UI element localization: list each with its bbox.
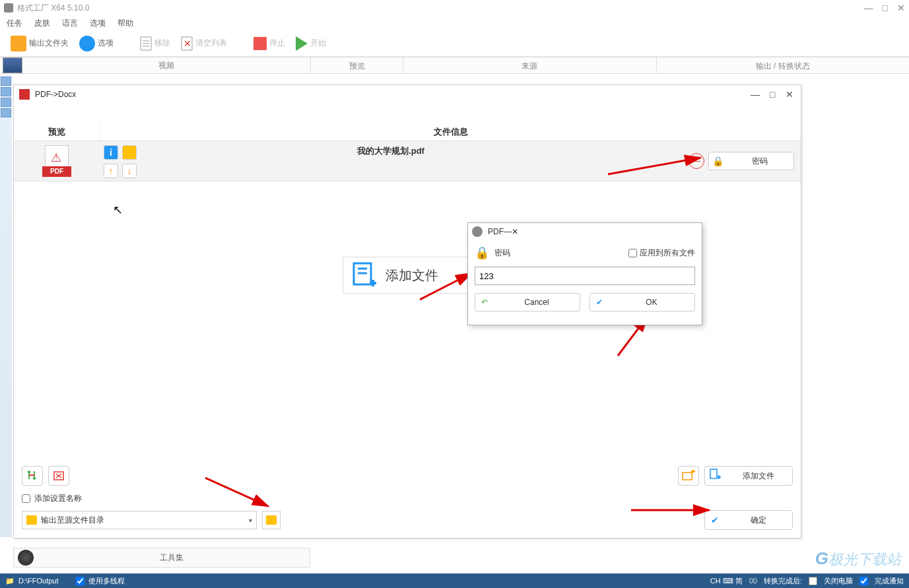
shutdown-label: 关闭电脑 [824, 576, 853, 586]
cancel-label: Cancel [494, 298, 580, 307]
stop-button[interactable]: 停止 [250, 36, 289, 51]
pdf-password-dialog: PDF —✕ 🔒 密码 应用到所有文件 ↶ Cancel ✔ OK [467, 222, 702, 325]
output-folder-button[interactable]: 输出文件夹 [7, 34, 73, 53]
column-headers: 视频 预览 来源 输出 / 转换状态 [0, 57, 909, 74]
move-down-button[interactable]: ↓ [122, 164, 137, 178]
toolset-bar[interactable]: 工具集 [13, 548, 310, 568]
cursor-icon: ↖ [113, 203, 123, 217]
add-settings-name-label: 添加设置名称 [34, 493, 82, 504]
remove-icon [140, 36, 152, 51]
close-icon[interactable]: ✕ [897, 3, 905, 13]
clear-button[interactable]: 清空列表 [177, 35, 231, 52]
multithread-checkbox[interactable] [76, 577, 84, 585]
subwin-bottom: 添加文件 添加设置名称 输出至源文件目录 ▾ ✔ 确定 [14, 459, 801, 538]
subwin-minimize-icon[interactable]: — [749, 89, 761, 100]
output-path[interactable]: D:\FFOutput [18, 577, 59, 585]
output-dir-select[interactable]: 输出至源文件目录 ▾ [22, 511, 257, 529]
subwin-icon [19, 89, 30, 100]
subwin-titlebar: PDF->Docx — □ ✕ [14, 85, 801, 104]
play-icon [296, 36, 308, 51]
menu-opt[interactable]: 选项 [90, 18, 106, 29]
ok-label: OK [609, 298, 694, 307]
col-status[interactable]: 输出 / 转换状态 [656, 57, 910, 73]
stop-icon [253, 37, 267, 50]
maximize-icon[interactable]: □ [883, 3, 888, 13]
add-settings-name-checkbox[interactable] [22, 494, 30, 503]
remove-button[interactable]: 移除 [136, 35, 174, 52]
new-folder-button[interactable] [678, 466, 699, 486]
confirm-label: 确定 [725, 515, 792, 526]
col-video[interactable]: 视频 [22, 60, 310, 71]
file-row[interactable]: ⚠ PDF i ↑ ↓ 我的大学规划.pdf — 🔒 密码 [14, 141, 801, 181]
add-file-button[interactable]: 添加文件 [704, 466, 793, 486]
dialog-title: PDF [488, 227, 504, 236]
toolbar: 输出文件夹 选项 移除 清空列表 停止 开始 [0, 30, 909, 57]
add-file-icon [351, 262, 376, 288]
info-button[interactable]: i [104, 145, 118, 160]
notify-checkbox[interactable] [859, 577, 868, 585]
app-icon [4, 3, 13, 13]
folder-icon [11, 36, 26, 51]
main-titlebar: 格式工厂 X64 5.10.0 — □ ✕ [0, 0, 909, 16]
menu-skin[interactable]: 皮肤 [34, 18, 50, 29]
after-convert-label: 转换完成后: [764, 576, 802, 586]
col-preview[interactable]: 预览 [310, 57, 403, 73]
confirm-button[interactable]: ✔ 确定 [704, 510, 793, 530]
start-button[interactable]: 开始 [292, 35, 330, 52]
password-label: 密码 [726, 156, 793, 167]
toolset-label: 工具集 [34, 552, 310, 564]
minimize-icon[interactable]: — [864, 3, 873, 13]
apply-all-label: 应用到所有文件 [640, 247, 695, 259]
video-icon [3, 57, 22, 73]
browse-button[interactable] [262, 511, 281, 529]
ok-button[interactable]: ✔ OK [589, 293, 695, 311]
status-bar: 📁 D:\FFOutput 使用多线程 CH ⌨ 简 00 转换完成后: 关闭电… [0, 573, 909, 588]
cancel-button[interactable]: ↶ Cancel [475, 293, 580, 311]
col-source[interactable]: 来源 [403, 57, 656, 73]
folder-small-icon [26, 515, 37, 525]
check-icon: ✔ [705, 515, 725, 525]
folder-icon [266, 515, 277, 525]
add-file-large-label: 添加文件 [386, 267, 438, 284]
options-label: 选项 [98, 38, 114, 49]
move-up-button[interactable]: ↑ [104, 164, 118, 178]
apply-all-checkbox[interactable] [628, 249, 637, 257]
subwin-close-icon[interactable]: ✕ [784, 89, 795, 100]
shutdown-checkbox[interactable] [809, 577, 817, 585]
menu-task[interactable]: 任务 [7, 18, 22, 29]
lock-icon: 🔒 [709, 156, 726, 166]
clear-label: 清空列表 [195, 38, 227, 49]
subwin-headers: 预览 文件信息 [14, 123, 801, 141]
merge-button[interactable] [22, 466, 43, 486]
start-label: 开始 [310, 38, 326, 49]
notify-label: 完成通知 [875, 576, 904, 586]
add-file-small-icon [705, 469, 725, 483]
options-button[interactable]: 选项 [75, 34, 118, 53]
lock-icon: 🔒 [475, 245, 489, 260]
output-dir-label: 输出至源文件目录 [41, 515, 104, 526]
add-file-large-button[interactable]: 添加文件 [343, 257, 475, 294]
clear-icon [181, 36, 193, 51]
toolset-icon [18, 550, 34, 566]
file-name: 我的大学规划.pdf [100, 141, 682, 160]
subwin-title: PDF->Docx [35, 90, 76, 99]
open-folder-button[interactable] [122, 145, 137, 160]
subwin-maximize-icon[interactable]: □ [766, 89, 778, 100]
svg-rect-7 [710, 469, 717, 478]
menu-help[interactable]: 帮助 [118, 18, 133, 29]
delete-button[interactable]: — [689, 153, 704, 169]
dialog-close-icon[interactable]: ✕ [512, 227, 518, 236]
dialog-minimize-icon[interactable]: — [504, 227, 512, 236]
clear-list-button[interactable] [48, 466, 69, 486]
app-title: 格式工厂 X64 5.10.0 [17, 3, 89, 14]
add-file-button-label: 添加文件 [725, 471, 792, 482]
pdf-badge-label: PDF [42, 166, 71, 177]
menu-lang[interactable]: 语言 [62, 18, 78, 29]
password-input[interactable] [475, 267, 695, 285]
check-circle-icon: ✔ [590, 298, 609, 307]
ime-indicator[interactable]: CH ⌨ 简 [710, 576, 743, 586]
output-folder-label: 输出文件夹 [29, 38, 69, 49]
header-preview: 预览 [14, 123, 100, 141]
password-button[interactable]: 🔒 密码 [708, 152, 794, 170]
chevron-down-icon: ▾ [249, 517, 252, 524]
